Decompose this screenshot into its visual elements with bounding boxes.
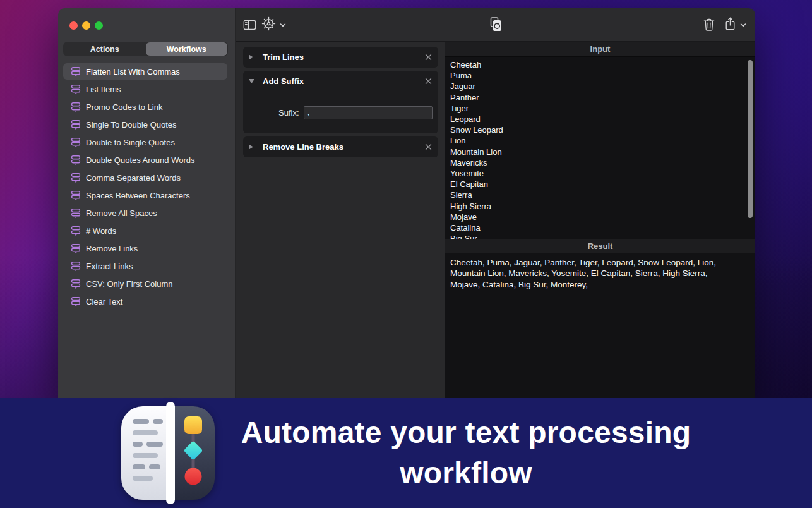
workflow-icon [71, 243, 81, 253]
sidebar-item[interactable]: Comma Separated Words [63, 169, 227, 186]
result-line: Mojave, Catalina, Big Sur, Monterey, [450, 279, 746, 290]
step-card-trim-lines[interactable]: Trim Lines [243, 47, 438, 68]
input-line: Tiger [450, 103, 746, 114]
tab-actions[interactable]: Actions [64, 42, 146, 56]
disclosure-expanded-icon[interactable] [248, 78, 256, 84]
input-line: Mojave [450, 212, 746, 222]
suffix-input[interactable] [304, 106, 433, 119]
workflow-icon [71, 66, 81, 76]
sidebar-item-label: Double Quotes Around Words [86, 155, 194, 165]
gear-icon [261, 16, 276, 33]
minimize-window-button[interactable] [82, 21, 90, 30]
toolbar [236, 8, 755, 42]
sidebar-item[interactable]: List Items [63, 81, 227, 97]
input-header: Input [445, 42, 755, 57]
step-title: Trim Lines [263, 52, 304, 62]
input-line: Puma [450, 70, 746, 81]
sidebar-item[interactable]: CSV: Only First Column [63, 275, 227, 292]
input-scrollbar[interactable] [748, 60, 753, 218]
close-icon[interactable] [425, 78, 432, 85]
sidebar-item[interactable]: Remove Links [63, 240, 227, 257]
share-menu-button[interactable] [724, 16, 746, 33]
input-line: Lion [450, 135, 746, 146]
sidebar-item-label: Comma Separated Words [86, 173, 181, 183]
sidebar-item[interactable]: Double to Single Quotes [63, 134, 227, 150]
sidebar-item[interactable]: Promo Codes to Link [63, 99, 227, 115]
disclosure-collapsed-icon[interactable] [248, 54, 256, 61]
promo-banner: Automate your text processing workflow [0, 398, 812, 508]
result-header: Result [445, 239, 755, 253]
input-line: El Capitan [450, 179, 746, 190]
workflow-list: Flatten List With Commas List Items [63, 63, 227, 311]
settings-menu-button[interactable] [261, 16, 286, 33]
run-workflow-icon[interactable] [488, 16, 503, 33]
input-line: Mavericks [450, 157, 746, 168]
sidebar-item[interactable]: Flatten List With Commas [63, 63, 227, 80]
sidebar: Actions Workflows Flatten List With Comm… [58, 8, 236, 398]
sidebar-item-label: Flatten List With Commas [86, 67, 180, 76]
close-icon[interactable] [425, 143, 432, 150]
input-line: Mountain Lion [450, 147, 746, 157]
sidebar-item[interactable]: # Words [63, 222, 227, 239]
sidebar-item-label: Remove All Spaces [86, 209, 157, 218]
io-panel: Input Cheetah Puma Jaguar Panther Tiger [445, 42, 755, 398]
sidebar-item-label: Clear Text [86, 297, 122, 306]
sidebar-item-label: Double to Single Quotes [86, 138, 175, 147]
sidebar-item[interactable]: Spaces Between Characters [63, 187, 227, 203]
workflow-icon [71, 137, 81, 147]
traffic-lights [58, 8, 235, 30]
result-line: Mountain Lion, Mavericks, Yosemite, El C… [450, 268, 746, 279]
workflow-icon [71, 261, 81, 271]
main-area: Trim Lines Add Suffix [236, 8, 755, 398]
workflow-steps-panel: Trim Lines Add Suffix [236, 42, 445, 398]
result-textarea[interactable]: Cheetah, Puma, Jaguar, Panther, Tiger, L… [445, 253, 755, 398]
sidebar-item[interactable]: Double Quotes Around Words [63, 152, 227, 168]
workflow-icon [71, 155, 81, 165]
input-line: Catalina [450, 222, 746, 233]
toggle-sidebar-icon[interactable] [243, 20, 256, 30]
input-line: Leopard [450, 114, 746, 124]
input-line: Snow Leopard [450, 124, 746, 135]
sidebar-item-label: Extract Links [86, 262, 133, 271]
input-line: High Sierra [450, 201, 746, 212]
sidebar-item-label: CSV: Only First Column [86, 279, 173, 289]
sidebar-item-label: Spaces Between Characters [86, 191, 190, 200]
sidebar-segmented-control: Actions Workflows [63, 42, 228, 56]
step-card-add-suffix[interactable]: Add Suffix Sufix: [243, 71, 438, 133]
share-icon [724, 16, 736, 33]
workflow-icon [71, 296, 81, 306]
banner-headline: Automate your text processing workflow [241, 413, 691, 493]
headline-line-2: workflow [241, 453, 691, 493]
sidebar-item-label: Promo Codes to Link [86, 102, 162, 112]
sidebar-item[interactable]: Single To Double Quotes [63, 116, 227, 133]
workflow-icon [71, 208, 81, 218]
close-icon[interactable] [425, 54, 432, 61]
close-window-button[interactable] [69, 21, 78, 30]
sidebar-item-label: List Items [86, 85, 121, 94]
content-area: Trim Lines Add Suffix [236, 42, 755, 398]
headline-line-1: Automate your text processing [241, 413, 691, 453]
sidebar-item[interactable]: Extract Links [63, 258, 227, 274]
workflow-icon [71, 226, 81, 236]
app-window: Actions Workflows Flatten List With Comm… [58, 8, 755, 398]
input-line: Jaguar [450, 81, 746, 92]
zoom-window-button[interactable] [95, 21, 103, 30]
disclosure-collapsed-icon[interactable] [248, 143, 256, 150]
trash-icon[interactable] [703, 18, 715, 32]
result-line: Cheetah, Puma, Jaguar, Panther, Tiger, L… [450, 257, 746, 268]
input-textarea[interactable]: Cheetah Puma Jaguar Panther Tiger Leopar… [445, 57, 755, 239]
workflow-icon [71, 102, 81, 112]
input-line: Panther [450, 92, 746, 103]
sidebar-item[interactable]: Remove All Spaces [63, 205, 227, 221]
workflow-icon [71, 84, 81, 94]
step-card-remove-line-breaks[interactable]: Remove Line Breaks [243, 136, 438, 157]
sidebar-item[interactable]: Clear Text [63, 293, 227, 310]
input-line: Cheetah [450, 59, 746, 70]
tab-workflows[interactable]: Workflows [146, 42, 228, 56]
workflow-icon [71, 279, 81, 289]
suffix-field-label: Sufix: [278, 108, 297, 118]
step-title: Remove Line Breaks [263, 142, 343, 152]
app-icon [121, 406, 215, 500]
sidebar-item-label: Remove Links [86, 244, 138, 253]
chevron-down-icon [740, 20, 746, 30]
